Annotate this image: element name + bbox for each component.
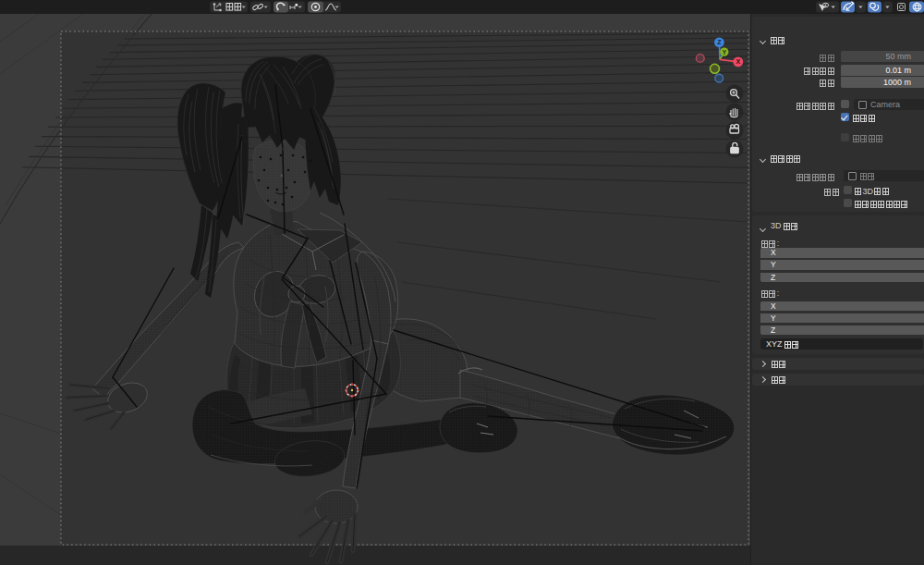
svg-text:X: X	[736, 58, 740, 65]
svg-text:Z: Z	[717, 39, 722, 45]
svg-text:Y: Y	[723, 49, 727, 55]
